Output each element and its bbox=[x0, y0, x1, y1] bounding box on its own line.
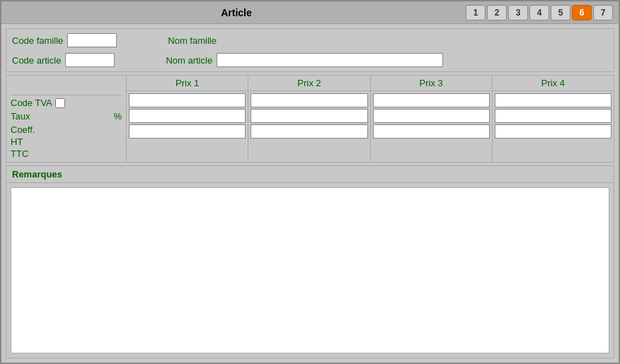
prix3-col: Prix 3 bbox=[371, 76, 493, 162]
tab-6[interactable]: 6 bbox=[572, 5, 592, 20]
remarques-textarea[interactable] bbox=[11, 188, 609, 353]
famille-row: Code famille Nom famille bbox=[12, 33, 608, 47]
prix1-ttc-input[interactable] bbox=[129, 124, 246, 139]
prix1-header: Prix 1 bbox=[127, 76, 248, 91]
prix1-ht-input[interactable] bbox=[129, 109, 246, 123]
nom-article-label: Nom article bbox=[166, 55, 212, 66]
remarques-header: Remarques bbox=[6, 166, 614, 183]
main-window: Article 1 2 3 4 5 6 7 Code famille Nom f… bbox=[0, 0, 620, 364]
ttc-label: TTC bbox=[11, 148, 122, 159]
tva-coeff-section: Code TVA Taux % Coeff. HT TTC bbox=[6, 76, 127, 162]
content-area: Code famille Nom famille Code article No… bbox=[1, 24, 619, 363]
prix2-col: Prix 2 bbox=[248, 76, 370, 162]
prix3-ht-input[interactable] bbox=[373, 109, 490, 123]
ht-label: HT bbox=[11, 136, 122, 147]
prix4-col: Prix 4 bbox=[493, 76, 614, 162]
tab-4[interactable]: 4 bbox=[529, 5, 549, 20]
tab-1[interactable]: 1 bbox=[466, 5, 486, 20]
prix2-ht-input[interactable] bbox=[251, 109, 367, 123]
tab-7[interactable]: 7 bbox=[593, 5, 613, 20]
prix4-ttc-input[interactable] bbox=[495, 124, 612, 139]
prix2-coeff-input[interactable] bbox=[251, 93, 367, 107]
percent-sign: % bbox=[113, 111, 122, 122]
coeff-label: Coeff. bbox=[11, 124, 122, 135]
prix2-ttc-input[interactable] bbox=[251, 124, 367, 139]
prix-section: Code TVA Taux % Coeff. HT TTC Pri bbox=[6, 75, 614, 163]
article-row: Code article Nom article bbox=[12, 53, 608, 67]
code-famille-input[interactable] bbox=[67, 33, 117, 47]
remarques-body bbox=[11, 187, 609, 353]
prix3-header: Prix 3 bbox=[371, 76, 492, 91]
remarques-section: Remarques bbox=[6, 165, 614, 358]
prix4-header: Prix 4 bbox=[493, 76, 614, 91]
taux-label: Taux bbox=[11, 111, 30, 122]
prix4-coeff-input[interactable] bbox=[495, 93, 612, 107]
code-famille-label: Code famille bbox=[12, 35, 63, 46]
nom-famille-label: Nom famille bbox=[168, 35, 217, 46]
title-bar: Article 1 2 3 4 5 6 7 bbox=[1, 1, 619, 24]
window-title: Article bbox=[7, 7, 466, 18]
code-article-label: Code article bbox=[12, 55, 61, 66]
prix2-header: Prix 2 bbox=[248, 76, 369, 91]
tab-3[interactable]: 3 bbox=[508, 5, 528, 20]
code-tva-checkbox[interactable] bbox=[55, 98, 65, 108]
prix4-ht-input[interactable] bbox=[495, 109, 612, 123]
prix1-coeff-input[interactable] bbox=[129, 93, 246, 107]
prix3-ttc-input[interactable] bbox=[373, 124, 490, 139]
code-article-input[interactable] bbox=[65, 53, 115, 67]
tab-5[interactable]: 5 bbox=[551, 5, 570, 20]
code-tva-label: Code TVA bbox=[11, 98, 52, 108]
nom-article-input[interactable] bbox=[217, 53, 443, 67]
prix1-col: Prix 1 bbox=[127, 76, 248, 162]
prix3-coeff-input[interactable] bbox=[373, 93, 490, 107]
tab-2[interactable]: 2 bbox=[487, 5, 507, 20]
tab-buttons: 1 2 3 4 5 6 7 bbox=[466, 5, 613, 20]
